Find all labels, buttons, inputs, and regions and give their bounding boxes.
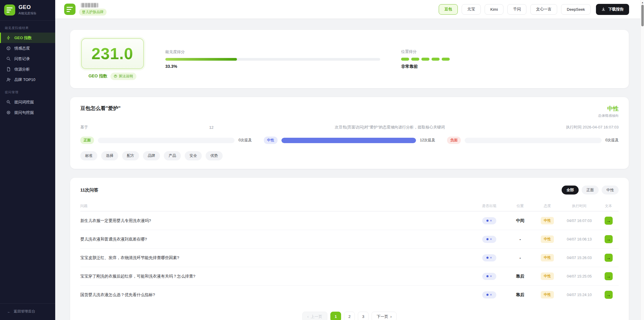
sidebar: GEO AI能见度报告 能见度扫描结果 GEO 指数 情感态度 问答记录: [0, 0, 55, 320]
lightning-icon: [6, 35, 11, 40]
sidebar-item-label: GEO 指数: [14, 35, 32, 41]
algorithm-info-button[interactable]: 算法说明: [110, 73, 136, 80]
attitude-badge: 中性: [541, 254, 554, 261]
question-text: 婴儿洗衣液和普通洗衣液到底差在哪?: [80, 237, 472, 242]
sidebar-item-label: 问答记录: [14, 56, 30, 62]
dot-icon: [486, 220, 489, 222]
sidebar-item-label: 情感态度: [14, 46, 30, 51]
dot-icon: [486, 238, 489, 240]
next-page-button[interactable]: 下一页 ›: [372, 312, 397, 320]
x-mark-icon: ×: [490, 275, 492, 278]
sidebar-section-scan-results: 能见度扫描结果: [0, 21, 55, 33]
open-answer-button[interactable]: →: [605, 254, 613, 262]
question-text: 国货婴儿洗衣液怎么选？优先看什么指标?: [80, 292, 472, 298]
open-answer-button[interactable]: →: [605, 235, 613, 243]
question-text: 宝宝皮肤泛红、发痒，衣物清洗环节能先排查哪些因素?: [80, 255, 472, 261]
meta-prefix: 基于: [80, 125, 88, 130]
x-mark-icon: ×: [490, 219, 492, 222]
table-row: 婴儿洗衣液和普通洗衣液到底差在哪? × - 中性 04/07 16:06:13 …: [80, 230, 619, 248]
col-time: 执行时间: [560, 203, 598, 209]
keyword-tag[interactable]: 配方: [122, 151, 139, 160]
model-tab-deepseek[interactable]: DeepSeek: [561, 4, 591, 15]
keyword-tag[interactable]: 品牌: [143, 151, 160, 160]
position-value: 靠后: [506, 274, 534, 279]
sidebar-item-geo-index[interactable]: GEO 指数: [0, 33, 55, 43]
help-icon: [114, 74, 117, 78]
keyword-tag[interactable]: 选择: [101, 151, 118, 160]
sentiment-card: 豆包怎么看"爱护" 中性 总体情感倾向 基于 12 次豆包(页面访问)对"爱护"…: [70, 97, 629, 169]
x-mark-icon: ×: [490, 256, 492, 259]
keyword-tag[interactable]: 标准: [80, 151, 97, 160]
open-answer-button[interactable]: →: [605, 217, 613, 225]
keyword-tag[interactable]: 产品: [164, 151, 181, 160]
sidebar-item-brand-top10[interactable]: 品牌 TOP10: [0, 74, 55, 85]
dot-icon: [486, 257, 489, 259]
geo-index-card: 231.0 GEO 指数 算法说明 能见度得分: [70, 30, 629, 88]
keyword-tag[interactable]: 安全: [185, 151, 202, 160]
sidebar-item-keyword-mining[interactable]: 提问词挖掘: [0, 97, 55, 107]
overall-sentiment-value: 中性: [607, 105, 619, 113]
sidebar-item-sentiment[interactable]: 情感态度: [0, 43, 55, 53]
page-button-2[interactable]: 2: [344, 312, 355, 320]
open-answer-button[interactable]: →: [605, 291, 613, 299]
sidebar-item-sentence-mining[interactable]: 提问句挖掘: [0, 107, 55, 118]
prev-page-button[interactable]: ‹ 上一页: [302, 312, 327, 320]
table-row: 国货婴儿洗衣液怎么选？优先看什么指标? × 靠后 中性 04/07 15:24:…: [80, 285, 619, 304]
model-tab-yuanbao[interactable]: 元宝: [462, 4, 481, 15]
position-score-label: 位置得分: [401, 49, 450, 54]
attitude-badge: 中性: [541, 217, 554, 224]
search-icon: [6, 56, 11, 61]
prev-page-label: 上一页: [311, 314, 322, 319]
model-tab-qianwen[interactable]: 千问: [507, 4, 526, 15]
sidebar-item-label: 品牌 TOP10: [14, 77, 36, 82]
brand-logo-icon: [64, 4, 76, 15]
appeared-badge: ×: [482, 236, 496, 243]
download-report-button[interactable]: 下载报告: [596, 4, 629, 15]
window-scrollbar[interactable]: ▲: [640, 0, 644, 320]
page-button-3[interactable]: 3: [358, 312, 369, 320]
position-score-segments: [401, 58, 450, 61]
geo-score-box: 231.0: [81, 38, 144, 69]
col-attitude: 态度: [534, 203, 560, 209]
sidebar-item-source-analysis[interactable]: 信源分析: [0, 64, 55, 74]
positive-bar-track: [98, 138, 235, 143]
sidebar-logo-row: GEO AI能见度报告: [0, 0, 55, 21]
col-text: 文本: [598, 203, 619, 209]
neutral-mentions: 12次提及: [420, 138, 435, 143]
filter-positive-button[interactable]: 正面: [582, 186, 599, 195]
position-value: -: [506, 237, 534, 242]
algorithm-info-label: 算法说明: [119, 74, 133, 79]
topbar: 婴儿护肤品牌 豆包 元宝 Kimi 千问 文心一言 DeepSeek 下载报告: [55, 0, 644, 19]
back-to-admin-button[interactable]: ← 返回管理后台: [0, 303, 55, 320]
page-button-1[interactable]: 1: [330, 312, 341, 320]
scroll-up-arrow-icon[interactable]: ▲: [641, 1, 644, 4]
execution-time: 04/07 16:07:03: [560, 219, 598, 223]
scrollbar-thumb[interactable]: [641, 5, 644, 26]
download-icon: [601, 7, 606, 11]
visibility-progress-fill: [165, 58, 237, 61]
sentiment-meta-row: 基于 12 次豆包(页面访问)对"爱护"的态度倾向进行分析，提取核心关键词 执行…: [80, 125, 619, 130]
model-tab-doubao[interactable]: 豆包: [439, 4, 458, 15]
keyword-tag[interactable]: 优势: [206, 151, 223, 160]
sentiment-bars-row: 正面 0次提及 中性 12次提及 负面: [80, 137, 619, 144]
back-arrow-icon: ←: [7, 310, 11, 314]
filter-all-button[interactable]: 全部: [562, 186, 579, 195]
negative-pill: 负面: [447, 137, 461, 144]
appeared-badge: ×: [482, 291, 496, 298]
main-area: 婴儿护肤品牌 豆包 元宝 Kimi 千问 文心一言 DeepSeek 下载报告: [55, 0, 644, 320]
sidebar-item-qa-records[interactable]: 问答记录: [0, 53, 55, 64]
sidebar-section-question-mgmt: 提问管理: [0, 85, 55, 97]
neutral-bar-fill: [281, 138, 416, 143]
table-row: 宝宝皮肤泛红、发痒，衣物清洗环节能先排查哪些因素? × - 中性 04/07 1…: [80, 248, 619, 267]
dot-icon: [486, 275, 489, 277]
table-row: 宝宝穿了刚洗的衣服后起红疹，可能和洗衣液有关吗？怎么排查? × 靠后 中性 04…: [80, 267, 619, 285]
neutral-pill: 中性: [264, 137, 278, 144]
app-root: GEO AI能见度报告 能见度扫描结果 GEO 指数 情感态度 问答记录: [0, 0, 644, 320]
open-answer-button[interactable]: →: [605, 272, 613, 280]
execution-time: 04/07 15:25:05: [560, 274, 598, 278]
model-tab-wenxin[interactable]: 文心一言: [530, 4, 557, 15]
filter-neutral-button[interactable]: 中性: [602, 186, 619, 195]
position-value: -: [506, 255, 534, 260]
attitude-badge: 中性: [541, 272, 554, 280]
model-tab-kimi[interactable]: Kimi: [485, 4, 503, 15]
